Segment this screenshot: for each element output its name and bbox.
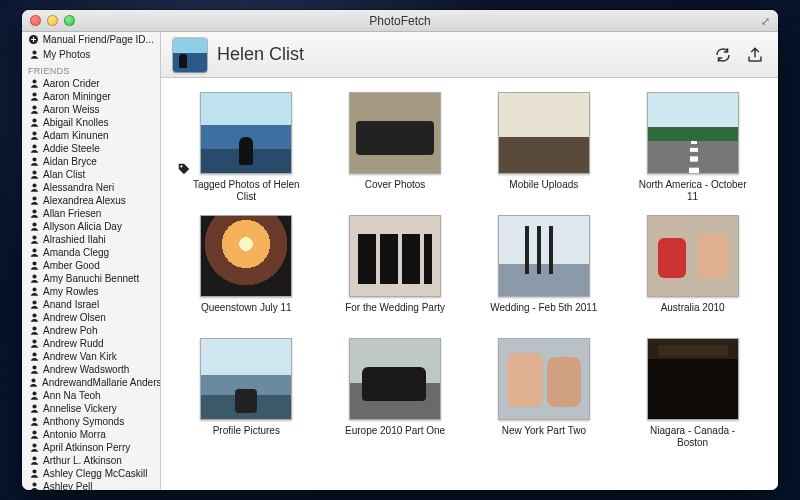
person-icon bbox=[28, 221, 40, 233]
album-title: Profile Pictures bbox=[213, 425, 280, 449]
album-thumbnail bbox=[498, 215, 590, 297]
person-icon bbox=[28, 364, 40, 376]
sidebar-friend-item[interactable]: Alan Clist bbox=[22, 168, 160, 181]
svg-point-9 bbox=[32, 170, 36, 174]
album-title: Wedding - Feb 5th 2011 bbox=[490, 302, 597, 326]
sidebar-friend-item[interactable]: Amanda Clegg bbox=[22, 246, 160, 259]
sidebar-friend-item[interactable]: Andrew Van Kirk bbox=[22, 350, 160, 363]
sidebar-friend-item[interactable]: Abigail Knolles bbox=[22, 116, 160, 129]
svg-point-10 bbox=[32, 183, 36, 187]
refresh-button[interactable] bbox=[712, 44, 734, 66]
svg-point-31 bbox=[32, 456, 36, 460]
fullscreen-icon[interactable]: ⤢ bbox=[758, 14, 772, 28]
svg-point-15 bbox=[32, 248, 36, 252]
person-icon bbox=[28, 481, 40, 491]
sidebar-friend-item[interactable]: AndrewandMallarie Andersen bbox=[22, 376, 160, 389]
sidebar-friend-item[interactable]: Alessandra Neri bbox=[22, 181, 160, 194]
album-thumbnail bbox=[200, 215, 292, 297]
sidebar-friend-label: April Atkinson Perry bbox=[43, 442, 130, 453]
sidebar-friend-item[interactable]: Adam Kinunen bbox=[22, 129, 160, 142]
sidebar-friend-item[interactable]: Allyson Alicia Day bbox=[22, 220, 160, 233]
person-icon bbox=[28, 455, 40, 467]
svg-point-14 bbox=[32, 235, 36, 239]
page-title: Helen Clist bbox=[217, 44, 702, 65]
svg-point-21 bbox=[32, 326, 36, 330]
person-icon bbox=[28, 130, 40, 142]
svg-point-4 bbox=[32, 105, 36, 109]
svg-point-16 bbox=[32, 261, 36, 265]
sidebar-friend-item[interactable]: Anthony Symonds bbox=[22, 415, 160, 428]
sidebar-my-photos[interactable]: My Photos bbox=[22, 47, 160, 62]
sidebar-friend-label: Adam Kinunen bbox=[43, 130, 109, 141]
album-item[interactable]: Australia 2010 bbox=[633, 215, 752, 326]
sidebar-friend-item[interactable]: April Atkinson Perry bbox=[22, 441, 160, 454]
sidebar-friend-label: Andrew Olsen bbox=[43, 312, 106, 323]
sidebar-friend-item[interactable]: Anand Israel bbox=[22, 298, 160, 311]
sidebar-friend-item[interactable]: Alexandrea Alexus bbox=[22, 194, 160, 207]
album-item[interactable]: Niagara - Canada - Boston bbox=[633, 338, 752, 449]
sidebar-friend-item[interactable]: Alrashied Ilahi bbox=[22, 233, 160, 246]
sidebar-friend-label: AndrewandMallarie Andersen bbox=[42, 377, 160, 388]
person-icon bbox=[28, 429, 40, 441]
sidebar-manual-id[interactable]: Manual Friend/Page ID... bbox=[22, 32, 160, 47]
sidebar-friend-item[interactable]: Antonio Morra bbox=[22, 428, 160, 441]
sidebar-friend-item[interactable]: Aaron Crider bbox=[22, 77, 160, 90]
export-button[interactable] bbox=[744, 44, 766, 66]
sidebar-friend-label: Addie Steele bbox=[43, 143, 100, 154]
album-item[interactable]: For the Wedding Party bbox=[336, 215, 455, 326]
sidebar-friend-item[interactable]: Annelise Vickery bbox=[22, 402, 160, 415]
sidebar-friend-item[interactable]: Aaron Weiss bbox=[22, 103, 160, 116]
sidebar-friend-item[interactable]: Ann Na Teoh bbox=[22, 389, 160, 402]
sidebar-friend-item[interactable]: Ashley Clegg McCaskill bbox=[22, 467, 160, 480]
content-header: Helen Clist bbox=[161, 32, 778, 78]
sidebar-friend-item[interactable]: Amy Banuchi Bennett bbox=[22, 272, 160, 285]
person-icon bbox=[28, 195, 40, 207]
sidebar-friend-item[interactable]: Amy Rowles bbox=[22, 285, 160, 298]
person-icon bbox=[28, 104, 40, 116]
sidebar-friend-label: Annelise Vickery bbox=[43, 403, 117, 414]
refresh-icon bbox=[714, 46, 732, 64]
sidebar-friend-item[interactable]: Amber Good bbox=[22, 259, 160, 272]
svg-point-24 bbox=[32, 365, 36, 369]
albums-scroll[interactable]: Tagged Photos of Helen ClistCover Photos… bbox=[161, 78, 778, 490]
sidebar-friend-label: Aidan Bryce bbox=[43, 156, 97, 167]
album-item[interactable]: Europe 2010 Part One bbox=[336, 338, 455, 449]
sidebar-friend-item[interactable]: Andrew Olsen bbox=[22, 311, 160, 324]
album-item[interactable]: New York Part Two bbox=[484, 338, 603, 449]
person-icon bbox=[28, 338, 40, 350]
sidebar-friend-item[interactable]: Andrew Wadsworth bbox=[22, 363, 160, 376]
sidebar-friend-label: Antonio Morra bbox=[43, 429, 106, 440]
sidebar-friend-item[interactable]: Addie Steele bbox=[22, 142, 160, 155]
album-item[interactable]: Tagged Photos of Helen Clist bbox=[187, 92, 306, 203]
album-item[interactable]: Cover Photos bbox=[336, 92, 455, 203]
sidebar-friend-item[interactable]: Aaron Mininger bbox=[22, 90, 160, 103]
album-item[interactable]: North America - October 11 bbox=[633, 92, 752, 203]
album-title: New York Part Two bbox=[502, 425, 586, 449]
album-item[interactable]: Wedding - Feb 5th 2011 bbox=[484, 215, 603, 326]
sidebar-friend-item[interactable]: Arthur L. Atkinson bbox=[22, 454, 160, 467]
sidebar-friend-item[interactable]: Andrew Poh bbox=[22, 324, 160, 337]
sidebar-friend-item[interactable]: Allan Friesen bbox=[22, 207, 160, 220]
album-thumbnail bbox=[647, 338, 739, 420]
album-title: North America - October 11 bbox=[633, 179, 752, 203]
person-icon bbox=[28, 351, 40, 363]
svg-point-32 bbox=[32, 469, 36, 473]
sidebar-friend-item[interactable]: Andrew Rudd bbox=[22, 337, 160, 350]
sidebar: Manual Friend/Page ID... My Photos FRIEN… bbox=[22, 32, 161, 490]
album-item[interactable]: Profile Pictures bbox=[187, 338, 306, 449]
album-title: Niagara - Canada - Boston bbox=[633, 425, 752, 449]
album-item[interactable]: Mobile Uploads bbox=[484, 92, 603, 203]
svg-point-2 bbox=[32, 79, 36, 83]
album-item[interactable]: Queenstown July 11 bbox=[187, 215, 306, 326]
sidebar-friend-label: Ashley Pell bbox=[43, 481, 92, 490]
tag-icon bbox=[177, 162, 191, 176]
person-icon bbox=[28, 78, 40, 90]
person-icon bbox=[28, 390, 40, 402]
person-icon bbox=[28, 403, 40, 415]
sidebar-friend-label: Anthony Symonds bbox=[43, 416, 124, 427]
sidebar-friend-label: Amanda Clegg bbox=[43, 247, 109, 258]
avatar bbox=[173, 38, 207, 72]
plus-circle-icon bbox=[28, 34, 40, 46]
sidebar-friend-item[interactable]: Aidan Bryce bbox=[22, 155, 160, 168]
sidebar-friend-item[interactable]: Ashley Pell bbox=[22, 480, 160, 490]
